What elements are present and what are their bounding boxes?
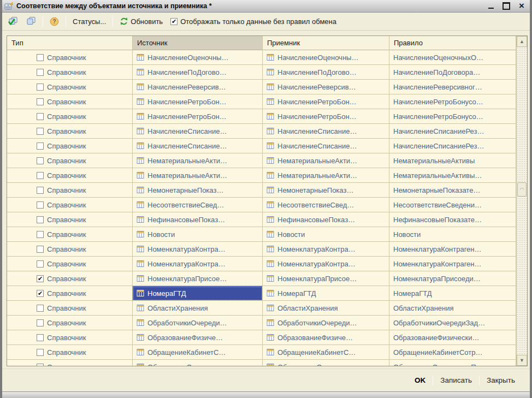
type-cell[interactable]: ✔Справочник <box>7 198 133 212</box>
rule-cell[interactable]: НесоответствиеСведени… <box>389 198 516 212</box>
type-cell[interactable]: ✔Справочник <box>7 301 133 316</box>
row-checkbox[interactable]: ✔ <box>37 142 44 150</box>
rule-cell[interactable]: НачислениеСписаниеРез… <box>389 139 516 153</box>
receiver-cell[interactable]: НачислениеРетроБон… <box>263 94 389 109</box>
receiver-cell[interactable]: НачислениеРетроБон… <box>263 109 389 124</box>
receiver-cell[interactable]: НачислениеСписание… <box>263 124 389 139</box>
receiver-cell[interactable]: НефинансовыеПоказ… <box>263 212 389 227</box>
type-cell[interactable]: ✔Справочник <box>7 286 133 301</box>
source-cell[interactable]: НоменклатураКонтра… <box>133 242 263 257</box>
rule-cell[interactable]: ОбластиХранения <box>389 301 516 316</box>
type-cell[interactable]: ✔Справочник <box>7 316 133 330</box>
receiver-cell[interactable]: НоменклатураКонтра… <box>263 257 389 271</box>
rule-cell[interactable]: ОбработчикиОчередиЗад… <box>389 316 516 330</box>
source-cell[interactable]: ОбработчикиОчереди… <box>133 316 263 330</box>
rule-cell[interactable]: ОбращениеСотрудникаП… <box>389 360 516 366</box>
receiver-cell[interactable]: НесоответствиеСвед… <box>263 198 389 212</box>
uncheck-all-button[interactable] <box>23 15 38 28</box>
type-cell[interactable]: ✔Справочник <box>7 360 133 366</box>
close-button[interactable]: Закрыть <box>480 373 522 387</box>
source-cell[interactable]: ОбразованиеФизиче… <box>133 330 263 345</box>
ok-button[interactable]: OK <box>407 373 433 387</box>
row-checkbox[interactable]: ✔ <box>37 364 44 366</box>
row-checkbox[interactable]: ✔ <box>37 246 44 253</box>
type-cell[interactable]: ✔Справочник <box>7 50 133 65</box>
source-cell[interactable]: НоменклатураПрисое… <box>133 271 263 286</box>
row-checkbox[interactable]: ✔ <box>37 305 44 312</box>
vertical-scrollbar[interactable]: ▲ ▼ <box>516 36 527 366</box>
source-cell[interactable]: ОбращениеСотрудник… <box>133 360 263 366</box>
filter-checkbox-group[interactable]: ✔ Отображать только данные без правил об… <box>170 17 336 26</box>
receiver-cell[interactable]: НематериальныеАкти… <box>263 153 389 168</box>
rule-cell[interactable]: НоменклатураКонтраген… <box>389 242 516 257</box>
scrollbar-thumb[interactable] <box>517 182 527 197</box>
type-cell[interactable]: ✔Справочник <box>7 94 133 109</box>
source-cell[interactable]: НефинансовыеПоказ… <box>133 212 263 227</box>
column-header-receiver[interactable]: Приемник <box>263 36 389 50</box>
row-checkbox[interactable]: ✔ <box>37 84 44 91</box>
type-cell[interactable]: ✔Справочник <box>7 345 133 360</box>
receiver-cell[interactable]: НоменклатураКонтра… <box>263 242 389 257</box>
column-header-rule[interactable]: Правило <box>389 36 516 50</box>
row-checkbox[interactable]: ✔ <box>37 290 44 297</box>
source-cell[interactable]: НоменклатураКонтра… <box>133 257 263 271</box>
minimize-button-icon[interactable] <box>487 2 495 10</box>
column-header-type[interactable]: Тип <box>7 36 133 50</box>
row-checkbox[interactable]: ✔ <box>37 157 44 164</box>
receiver-cell[interactable]: ОбращениеСотрудник… <box>263 360 389 366</box>
source-cell[interactable]: НомераГТД <box>133 286 263 301</box>
row-checkbox[interactable]: ✔ <box>37 187 44 194</box>
row-checkbox[interactable]: ✔ <box>37 113 44 120</box>
receiver-cell[interactable]: ОбработчикиОчереди… <box>263 316 389 330</box>
rule-cell[interactable]: НомераГТД <box>389 286 516 301</box>
row-checkbox[interactable]: ✔ <box>37 172 44 179</box>
rule-cell[interactable]: НачислениеРетроБонусо… <box>389 94 516 109</box>
source-cell[interactable]: НачислениеРеверсив… <box>133 80 263 94</box>
type-cell[interactable]: ✔Справочник <box>7 80 133 94</box>
maximize-button-icon[interactable] <box>503 2 510 10</box>
refresh-button[interactable]: Обновить <box>117 15 165 27</box>
rule-cell[interactable]: НачислениеРетроБонусо… <box>389 109 516 124</box>
receiver-cell[interactable]: ОбразованиеФизиче… <box>263 330 389 345</box>
save-button[interactable]: Записать <box>433 373 479 387</box>
column-header-source[interactable]: Источник <box>133 36 263 50</box>
rule-cell[interactable]: Новости <box>389 227 516 242</box>
receiver-cell[interactable]: Новости <box>263 227 389 242</box>
rule-cell[interactable]: НачислениеРеверсивног… <box>389 80 516 94</box>
row-checkbox[interactable]: ✔ <box>37 201 44 209</box>
type-cell[interactable]: ✔Справочник <box>7 153 133 168</box>
type-cell[interactable]: ✔Справочник <box>7 65 133 80</box>
receiver-cell[interactable]: НематериальныеАкти… <box>263 168 389 183</box>
check-all-button[interactable] <box>5 15 20 28</box>
close-button-icon[interactable]: × <box>518 2 525 10</box>
source-cell[interactable]: НачислениеРетроБон… <box>133 109 263 124</box>
row-checkbox[interactable]: ✔ <box>37 216 44 223</box>
type-cell[interactable]: ✔Справочник <box>7 227 133 242</box>
source-cell[interactable]: НачислениеСписание… <box>133 139 263 153</box>
statuses-button[interactable]: Статусы... <box>70 16 108 27</box>
type-cell[interactable]: ✔Справочник <box>7 242 133 257</box>
source-cell[interactable]: НемонетарныеПоказ… <box>133 183 263 198</box>
rule-cell[interactable]: НематериальныеАктивы <box>389 153 516 168</box>
help-button[interactable]: ? <box>48 15 61 28</box>
row-checkbox[interactable]: ✔ <box>37 260 44 268</box>
rule-cell[interactable]: НефинансовыеПоказате… <box>389 212 516 227</box>
type-cell[interactable]: ✔Справочник <box>7 124 133 139</box>
rule-cell[interactable]: ОбразованиеФизически… <box>389 330 516 345</box>
source-cell[interactable]: ОбращениеКабинетС… <box>133 345 263 360</box>
type-cell[interactable]: ✔Справочник <box>7 330 133 345</box>
type-cell[interactable]: ✔Справочник <box>7 271 133 286</box>
receiver-cell[interactable]: ОбращениеКабинетС… <box>263 345 389 360</box>
receiver-cell[interactable]: НачислениеРеверсив… <box>263 80 389 94</box>
row-checkbox[interactable]: ✔ <box>37 54 44 61</box>
source-cell[interactable]: ОбластиХранения <box>133 301 263 316</box>
rule-cell[interactable]: НачислениеСписаниеРез… <box>389 124 516 139</box>
source-cell[interactable]: НачислениеПоДогово… <box>133 65 263 80</box>
type-cell[interactable]: ✔Справочник <box>7 257 133 271</box>
type-cell[interactable]: ✔Справочник <box>7 183 133 198</box>
rule-cell[interactable]: ОбращениеКабинетСотр… <box>389 345 516 360</box>
rule-cell[interactable]: НачислениеПоДоговора… <box>389 65 516 80</box>
scroll-up-icon[interactable]: ▲ <box>517 36 527 47</box>
source-cell[interactable]: НачислениеСписание… <box>133 124 263 139</box>
source-cell[interactable]: НематериальныеАкти… <box>133 153 263 168</box>
